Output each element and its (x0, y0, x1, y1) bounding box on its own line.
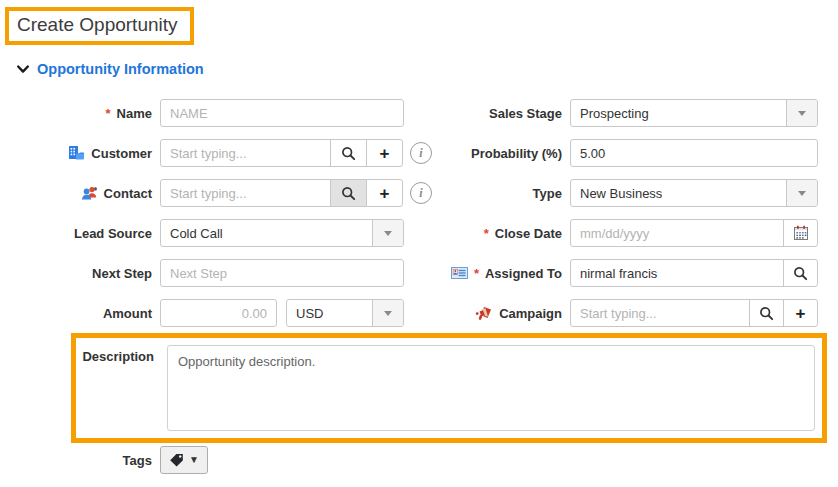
search-icon (759, 306, 774, 321)
plus-icon: + (380, 185, 390, 202)
chevron-down-icon (17, 65, 29, 74)
tags-dropdown-button[interactable]: ▼ (160, 446, 208, 474)
description-highlight-box: Description Opportunity description. (71, 333, 827, 443)
type-select[interactable]: New Business (570, 179, 818, 207)
caret-down-icon: ▼ (189, 455, 199, 465)
required-marker: * (474, 266, 479, 281)
close-date-calendar-button[interactable] (783, 219, 818, 247)
field-row-next-step: Next Step (0, 259, 404, 287)
tag-icon (169, 453, 184, 468)
megaphone-icon (475, 305, 493, 321)
assigned-to-search-button[interactable] (783, 259, 818, 287)
section-title: Opportunity Information (37, 61, 204, 77)
currency-value: USD (287, 300, 372, 326)
currency-select[interactable]: USD (286, 299, 404, 327)
customer-label: Customer (0, 139, 160, 167)
title-highlight-box: Create Opportunity (5, 7, 194, 45)
sales-stage-value: Prospecting (571, 100, 786, 126)
dropdown-arrow-icon (786, 180, 817, 206)
sales-stage-select[interactable]: Prospecting (570, 99, 818, 127)
field-row-contact: Contact + i (0, 179, 432, 207)
campaign-search-button[interactable] (749, 299, 784, 327)
field-row-amount: Amount USD (0, 299, 404, 327)
type-label: Type (434, 179, 570, 207)
field-row-probability: Probability (%) (434, 139, 818, 167)
field-row-sales-stage: Sales Stage Prospecting (434, 99, 818, 127)
field-row-customer: Customer + i (0, 139, 432, 167)
calendar-icon (793, 225, 809, 241)
sales-stage-label: Sales Stage (434, 99, 570, 127)
contact-info-icon[interactable]: i (410, 182, 432, 204)
field-row-close-date: * Close Date (434, 219, 818, 247)
field-row-name: * Name (0, 99, 404, 127)
field-row-lead-source: Lead Source Cold Call (0, 219, 404, 247)
lead-source-value: Cold Call (161, 220, 372, 246)
type-value: New Business (571, 180, 786, 206)
field-row-campaign: Campaign + (434, 299, 818, 327)
required-marker: * (106, 106, 111, 121)
customer-add-button[interactable]: + (366, 139, 403, 167)
contact-input[interactable] (160, 179, 331, 207)
amount-label: Amount (0, 299, 160, 327)
contacts-icon (81, 185, 98, 201)
name-label: * Name (0, 99, 160, 127)
customer-info-icon[interactable]: i (410, 142, 432, 164)
field-row-type: Type New Business (434, 179, 818, 207)
section-opportunity-information[interactable]: Opportunity Information (17, 61, 204, 77)
next-step-label: Next Step (0, 259, 160, 287)
plus-icon: + (380, 145, 390, 162)
close-date-label: * Close Date (434, 219, 570, 247)
page-title: Create Opportunity (17, 14, 178, 36)
lead-source-label: Lead Source (0, 219, 160, 247)
customer-input[interactable] (160, 139, 331, 167)
amount-input[interactable] (160, 299, 277, 327)
contact-label: Contact (0, 179, 160, 207)
dropdown-arrow-icon (372, 220, 403, 246)
dropdown-arrow-icon (372, 300, 403, 326)
user-card-icon (451, 266, 468, 280)
customer-search-button[interactable] (330, 139, 367, 167)
campaign-label: Campaign (434, 299, 570, 327)
description-label: Description (76, 338, 160, 438)
lead-source-select[interactable]: Cold Call (160, 219, 404, 247)
required-marker: * (484, 226, 489, 241)
field-row-tags: Tags ▼ (0, 446, 208, 474)
create-opportunity-page: Create Opportunity Opportunity Informati… (0, 0, 838, 487)
description-textarea[interactable]: Opportunity description. (167, 345, 815, 431)
search-icon (341, 146, 356, 161)
assigned-to-input[interactable] (570, 259, 784, 287)
tags-label: Tags (0, 453, 160, 468)
plus-icon: + (796, 305, 806, 322)
name-input[interactable] (160, 99, 404, 127)
probability-input[interactable] (570, 139, 818, 167)
search-icon (341, 186, 356, 201)
contact-add-button[interactable]: + (366, 179, 403, 207)
next-step-input[interactable] (160, 259, 404, 287)
assigned-to-label: * Assigned To (434, 259, 570, 287)
campaign-add-button[interactable]: + (783, 299, 818, 327)
search-icon (793, 266, 808, 281)
dropdown-arrow-icon (786, 100, 817, 126)
field-row-assigned-to: * Assigned To (434, 259, 818, 287)
contact-search-button[interactable] (330, 179, 367, 207)
close-date-input[interactable] (570, 219, 784, 247)
campaign-input[interactable] (570, 299, 750, 327)
organization-icon (68, 145, 85, 161)
probability-label: Probability (%) (434, 139, 570, 167)
